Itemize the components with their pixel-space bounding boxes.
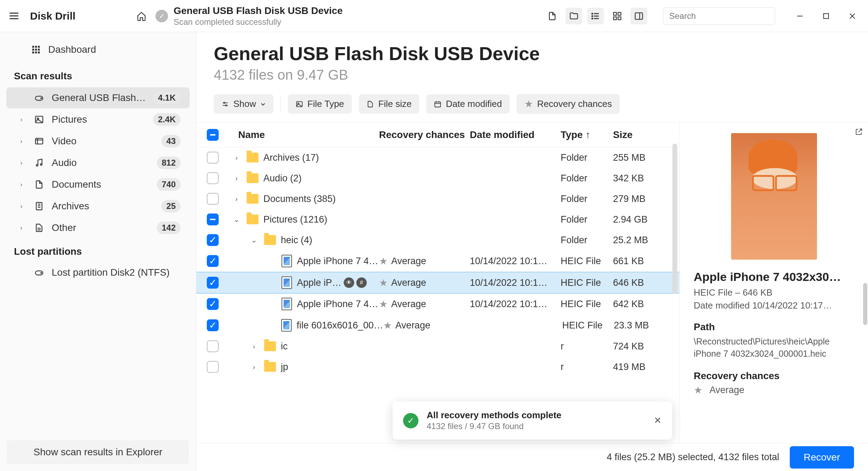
- date-modified-value: 10/14/2022 10:1…: [470, 277, 561, 288]
- folder-icon: [247, 194, 258, 204]
- show-filter-button[interactable]: Show: [214, 94, 273, 114]
- sidebar-item-3[interactable]: ›Audio812: [6, 152, 190, 173]
- table-row[interactable]: ✓ Apple iPhone 7 4… ★Average 10/14/2022 …: [196, 294, 679, 315]
- svg-rect-22: [35, 49, 37, 50]
- dashboard-link[interactable]: Dashboard: [0, 39, 196, 60]
- type-value: Folder: [561, 173, 613, 184]
- sidebar-item-0[interactable]: General USB Flash Disk...4.1K: [6, 87, 190, 108]
- star-icon: ★: [383, 320, 392, 331]
- select-all-checkbox[interactable]: [207, 129, 219, 141]
- panel-toggle-button[interactable]: [630, 8, 647, 24]
- grid-view-button[interactable]: [609, 8, 626, 24]
- table-row[interactable]: ✓ file 6016x6016_00… ★Average HEIC File …: [196, 315, 679, 336]
- scrollbar[interactable]: [672, 144, 677, 294]
- type-value: Folder: [561, 235, 613, 246]
- footer-bar: 4 files (25.2 MB) selected, 4132 files t…: [196, 443, 868, 471]
- row-checkbox[interactable]: [207, 361, 219, 373]
- sidebar-item-label: Video: [52, 136, 154, 147]
- column-name[interactable]: Name: [228, 129, 379, 140]
- row-checkbox[interactable]: [207, 172, 219, 184]
- folder-icon: [264, 362, 276, 372]
- row-checkbox[interactable]: ✓: [207, 255, 219, 267]
- svg-rect-10: [635, 13, 643, 19]
- category-icon: [34, 201, 45, 212]
- row-checkbox[interactable]: ✓: [207, 234, 219, 246]
- row-checkbox[interactable]: [207, 193, 219, 205]
- svg-rect-20: [38, 46, 39, 48]
- preview-eye-button[interactable]: 👁: [344, 277, 354, 288]
- expand-toggle[interactable]: ›: [231, 154, 242, 162]
- row-checkbox[interactable]: [207, 340, 219, 352]
- svg-point-4: [592, 15, 593, 16]
- folder-icon: [247, 215, 258, 224]
- preview-scrollbar[interactable]: [863, 283, 867, 325]
- filter-bar: Show File Type File size Date modified ★…: [196, 90, 868, 122]
- list-view-button[interactable]: [587, 8, 604, 24]
- search-box[interactable]: [663, 7, 775, 25]
- toast-close-button[interactable]: ✕: [654, 415, 662, 426]
- minimize-button[interactable]: [791, 7, 809, 25]
- menu-button[interactable]: [7, 9, 21, 23]
- maximize-button[interactable]: [817, 7, 835, 25]
- size-value: 661 KB: [613, 256, 669, 267]
- column-type[interactable]: Type ↑: [561, 129, 613, 140]
- pop-out-button[interactable]: [855, 128, 863, 138]
- sidebar-item-6[interactable]: ›Other142: [6, 217, 190, 238]
- table-row[interactable]: ⌄ Pictures (1216) Folder 2.94 GB: [196, 209, 679, 230]
- file-size-filter[interactable]: File size: [359, 94, 419, 114]
- row-checkbox[interactable]: [207, 213, 219, 225]
- svg-point-34: [36, 165, 38, 166]
- row-checkbox[interactable]: [207, 152, 219, 164]
- chevron-right-icon: ›: [20, 116, 27, 123]
- sidebar: Dashboard Scan results General USB Flash…: [0, 32, 196, 471]
- hex-view-button[interactable]: #: [356, 277, 367, 288]
- row-checkbox[interactable]: ✓: [207, 298, 219, 310]
- date-modified-filter[interactable]: Date modified: [426, 94, 509, 114]
- lost-partition-item[interactable]: Lost partition Disk2 (NTFS): [6, 263, 190, 282]
- selection-status: 4 files (25.2 MB) selected, 4132 files t…: [607, 452, 779, 463]
- table-row[interactable]: › Audio (2) Folder 342 KB: [196, 168, 679, 189]
- expand-toggle[interactable]: ⌄: [231, 215, 242, 224]
- table-header: Name Recovery chances Date modified Type…: [196, 123, 679, 147]
- svg-rect-31: [36, 138, 43, 144]
- recovery-chances-filter[interactable]: ★ Recovery chances: [517, 94, 620, 114]
- table-row[interactable]: › jp r 419 MB: [196, 357, 679, 377]
- row-checkbox[interactable]: ✓: [207, 277, 219, 289]
- file-icon-button[interactable]: [544, 8, 561, 24]
- recovery-chance-value: Average: [391, 277, 426, 288]
- table-row[interactable]: › Archives (17) Folder 255 MB: [196, 147, 679, 168]
- sidebar-item-5[interactable]: ›Archives25: [6, 196, 190, 217]
- heic-file-icon: [282, 255, 292, 267]
- expand-toggle[interactable]: ›: [249, 342, 259, 350]
- column-recovery[interactable]: Recovery chances: [379, 129, 470, 140]
- close-button[interactable]: [844, 7, 861, 25]
- category-icon: [34, 114, 45, 125]
- sidebar-item-1[interactable]: ›Pictures2.4K: [6, 109, 190, 130]
- column-size[interactable]: Size: [613, 129, 669, 140]
- file-name: Audio (2): [263, 173, 302, 184]
- file-type-filter[interactable]: File Type: [288, 94, 352, 114]
- show-in-explorer-button[interactable]: Show scan results in Explorer: [7, 440, 189, 464]
- sidebar-item-2[interactable]: ›Video43: [6, 131, 190, 152]
- file-icon: [366, 100, 374, 108]
- header-status-text: Scan completed successfully: [174, 17, 343, 27]
- expand-toggle[interactable]: ⌄: [249, 236, 259, 244]
- table-row[interactable]: › Documents (385) Folder 279 MB: [196, 189, 679, 209]
- image-icon: [296, 100, 303, 108]
- size-value: 724 KB: [613, 341, 669, 352]
- expand-toggle[interactable]: ›: [249, 363, 259, 371]
- table-row[interactable]: ✓ Apple iPhone 7 4… ★Average 10/14/2022 …: [196, 251, 679, 272]
- table-row[interactable]: ✓ Apple iP… 👁# ★Average 10/14/2022 10:1……: [196, 272, 679, 294]
- home-button[interactable]: [133, 8, 150, 24]
- expand-toggle[interactable]: ›: [231, 174, 242, 182]
- folder-view-button[interactable]: [566, 8, 582, 24]
- expand-toggle[interactable]: ›: [231, 195, 242, 203]
- table-row[interactable]: ✓ ⌄ heic (4) Folder 25.2 MB: [196, 230, 679, 251]
- table-row[interactable]: › ic r 724 KB: [196, 336, 679, 357]
- sidebar-item-4[interactable]: ›Documents740: [6, 174, 190, 195]
- column-date[interactable]: Date modified: [470, 129, 561, 140]
- row-checkbox[interactable]: ✓: [207, 319, 219, 331]
- recover-button[interactable]: Recover: [790, 446, 854, 469]
- type-value: r: [561, 362, 613, 372]
- search-input[interactable]: [669, 11, 774, 21]
